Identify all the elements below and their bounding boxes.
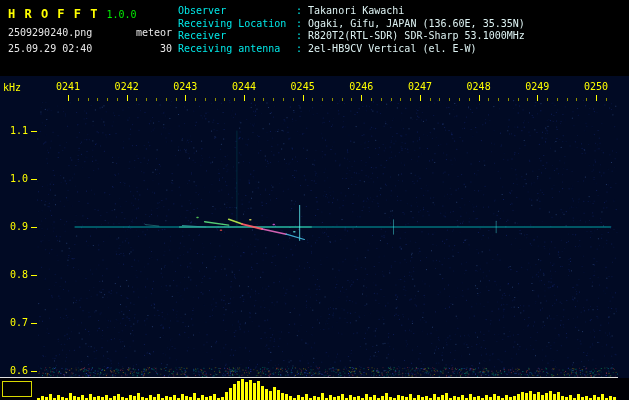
noise-level-bar: [297, 395, 300, 400]
time-tick-mark: [430, 98, 431, 101]
time-tick-label: 0245: [291, 81, 315, 92]
noise-level-bar: [533, 394, 536, 400]
info-value: 2el-HB9CV Vertical (el. E-W): [308, 43, 477, 54]
noise-level-bar: [313, 396, 316, 400]
noise-level-bar: [525, 393, 528, 400]
noise-level-bar: [201, 395, 204, 400]
noise-level-bar: [149, 395, 152, 400]
noise-level-bar: [553, 394, 556, 400]
freq-tick-label: 0.8: [2, 269, 28, 280]
info-colon: :: [296, 30, 302, 41]
freq-tick-label: 0.6: [2, 365, 28, 376]
noise-level-bar: [445, 393, 448, 400]
time-tick-mark: [88, 98, 89, 101]
freq-tick-mark: [31, 179, 37, 180]
noise-level-bar: [337, 396, 340, 400]
time-tick-mark: [146, 98, 147, 101]
noise-level-bar: [341, 394, 344, 400]
noise-level-bar: [249, 380, 252, 400]
time-tick-mark: [459, 98, 460, 101]
info-value: R820T2(RTL-SDR) SDR-Sharp 53.1000MHz: [308, 30, 525, 41]
noise-level-bar: [453, 396, 456, 400]
time-tick-mark: [567, 98, 568, 101]
time-tick-mark: [420, 95, 421, 101]
noise-level-bar: [305, 394, 308, 400]
noise-level-bar: [561, 396, 564, 400]
noise-level-bar: [433, 394, 436, 400]
noise-level-bar: [269, 391, 272, 400]
time-tick-mark: [195, 98, 196, 101]
noise-level-bar: [253, 383, 256, 400]
time-tick-mark: [136, 98, 137, 101]
time-tick-label: 0243: [173, 81, 197, 92]
noise-level-bar: [81, 395, 84, 400]
time-tick-mark: [479, 95, 480, 101]
time-tick-label: 0248: [467, 81, 491, 92]
time-tick-mark: [469, 98, 470, 101]
noise-level-bar: [521, 392, 524, 400]
noise-level-bar: [229, 388, 232, 400]
info-row-antenna: Receiving antenna:2el-HB9CV Vertical (el…: [178, 43, 525, 56]
noise-level-bar: [105, 395, 108, 400]
noise-level-bar: [185, 396, 188, 400]
time-row: 25.09.29 02:40 30: [8, 43, 172, 54]
time-tick-mark: [97, 98, 98, 101]
time-tick-mark: [156, 98, 157, 101]
record-timestamp: 25.09.29 02:40: [8, 43, 92, 54]
info-colon: :: [296, 5, 302, 16]
time-tick-mark: [263, 98, 264, 101]
noise-level-bar: [585, 396, 588, 400]
header-left-block: H R O F F T1.0.0 2509290240.png meteor 2…: [8, 3, 172, 54]
freq-tick-mark: [31, 371, 37, 372]
time-tick-mark: [488, 98, 489, 101]
noise-level-bar: [281, 393, 284, 400]
noise-level-bar: [357, 396, 360, 400]
time-tick-mark: [596, 95, 597, 101]
time-tick-mark: [68, 95, 69, 101]
noise-level-bar: [97, 396, 100, 400]
noise-level-bar: [425, 396, 428, 400]
noise-level-bar: [57, 395, 60, 400]
noise-level-bar: [173, 395, 176, 400]
time-tick-mark: [303, 95, 304, 101]
noise-level-bar: [329, 395, 332, 400]
time-tick-label: 0249: [525, 81, 549, 92]
noise-level-bar: [69, 393, 72, 400]
freq-tick-label: 0.9: [2, 221, 28, 232]
noise-level-bar: [485, 395, 488, 400]
noise-level-bar: [165, 396, 168, 400]
time-tick-label: 0246: [349, 81, 373, 92]
time-tick-mark: [576, 98, 577, 101]
noise-level-bar: [49, 394, 52, 400]
time-tick-mark: [234, 98, 235, 101]
time-tick-label: 0244: [232, 81, 256, 92]
time-tick-mark: [342, 98, 343, 101]
info-row-receiver: Receiver:R820T2(RTL-SDR) SDR-Sharp 53.10…: [178, 30, 525, 43]
freq-tick-mark: [31, 275, 37, 276]
time-tick-mark: [205, 98, 206, 101]
noise-level-bar: [549, 391, 552, 400]
param-value: 30: [160, 43, 172, 54]
time-tick-mark: [498, 98, 499, 101]
time-tick-mark: [322, 98, 323, 101]
time-tick-mark: [606, 98, 607, 101]
noise-level-bar: [285, 394, 288, 400]
noise-level-bar: [157, 394, 160, 400]
file-row: 2509290240.png meteor: [8, 27, 172, 38]
time-tick-mark: [283, 98, 284, 101]
noise-level-bar: [385, 393, 388, 400]
info-label: Receiving antenna: [178, 43, 296, 56]
info-row-location: Receiving Location:Ogaki, Gifu, JAPAN (1…: [178, 18, 525, 31]
noise-level-bar: [365, 394, 368, 400]
info-value: Ogaki, Gifu, JAPAN (136.60E, 35.35N): [308, 18, 525, 29]
noise-level-bar: [265, 389, 268, 400]
time-tick-label: 0250: [584, 81, 608, 92]
time-tick-label: 0241: [56, 81, 80, 92]
noise-level-bar: [273, 387, 276, 400]
noise-level-bar: [73, 396, 76, 400]
freq-tick-mark: [31, 131, 37, 132]
noise-level-bar: [133, 396, 136, 400]
noise-level-bar: [505, 395, 508, 400]
time-tick-mark: [547, 98, 548, 101]
mode-label: meteor: [136, 27, 172, 38]
